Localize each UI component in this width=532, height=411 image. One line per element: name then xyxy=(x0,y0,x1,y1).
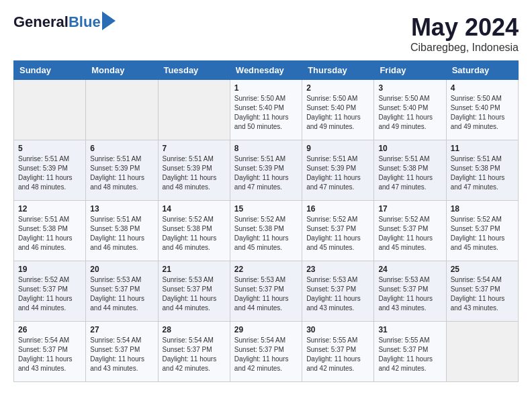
day-info: Sunrise: 5:55 AM Sunset: 5:37 PM Dayligh… xyxy=(306,336,369,373)
day-info: Sunrise: 5:50 AM Sunset: 5:40 PM Dayligh… xyxy=(378,94,441,132)
calendar-cell: 12Sunrise: 5:51 AM Sunset: 5:38 PM Dayli… xyxy=(14,201,86,261)
calendar-week-3: 12Sunrise: 5:51 AM Sunset: 5:38 PM Dayli… xyxy=(14,201,519,261)
month-title: May 2024 xyxy=(410,13,519,42)
day-info: Sunrise: 5:54 AM Sunset: 5:37 PM Dayligh… xyxy=(90,336,153,373)
day-info: Sunrise: 5:54 AM Sunset: 5:37 PM Dayligh… xyxy=(234,336,298,373)
day-info: Sunrise: 5:55 AM Sunset: 5:37 PM Dayligh… xyxy=(378,336,441,373)
calendar-cell: 22Sunrise: 5:53 AM Sunset: 5:37 PM Dayli… xyxy=(230,261,302,322)
day-info: Sunrise: 5:52 AM Sunset: 5:37 PM Dayligh… xyxy=(18,275,81,313)
calendar-week-4: 19Sunrise: 5:52 AM Sunset: 5:37 PM Dayli… xyxy=(14,261,519,322)
day-info: Sunrise: 5:52 AM Sunset: 5:38 PM Dayligh… xyxy=(234,215,298,253)
day-info: Sunrise: 5:52 AM Sunset: 5:37 PM Dayligh… xyxy=(378,215,441,253)
day-info: Sunrise: 5:53 AM Sunset: 5:37 PM Dayligh… xyxy=(378,275,441,313)
calendar-cell: 18Sunrise: 5:52 AM Sunset: 5:37 PM Dayli… xyxy=(446,201,518,261)
day-number: 21 xyxy=(163,265,226,274)
calendar-cell: 5Sunrise: 5:51 AM Sunset: 5:39 PM Daylig… xyxy=(14,140,86,201)
calendar-cell: 6Sunrise: 5:51 AM Sunset: 5:39 PM Daylig… xyxy=(86,140,158,201)
day-info: Sunrise: 5:52 AM Sunset: 5:37 PM Dayligh… xyxy=(306,215,369,253)
weekday-header-wednesday: Wednesday xyxy=(230,61,302,80)
calendar-cell: 21Sunrise: 5:53 AM Sunset: 5:37 PM Dayli… xyxy=(158,261,230,322)
day-info: Sunrise: 5:51 AM Sunset: 5:38 PM Dayligh… xyxy=(451,154,514,192)
day-number: 1 xyxy=(234,83,298,93)
calendar-cell: 17Sunrise: 5:52 AM Sunset: 5:37 PM Dayli… xyxy=(374,201,446,261)
day-info: Sunrise: 5:51 AM Sunset: 5:39 PM Dayligh… xyxy=(306,154,369,192)
day-info: Sunrise: 5:53 AM Sunset: 5:37 PM Dayligh… xyxy=(234,275,298,313)
title-area: May 2024 Cibaregbeg, Indonesia xyxy=(410,13,519,54)
day-info: Sunrise: 5:51 AM Sunset: 5:39 PM Dayligh… xyxy=(163,154,226,192)
calendar-cell: 19Sunrise: 5:52 AM Sunset: 5:37 PM Dayli… xyxy=(14,261,86,322)
calendar-cell: 28Sunrise: 5:54 AM Sunset: 5:37 PM Dayli… xyxy=(158,322,230,382)
calendar-cell: 31Sunrise: 5:55 AM Sunset: 5:37 PM Dayli… xyxy=(374,322,446,382)
calendar-week-2: 5Sunrise: 5:51 AM Sunset: 5:39 PM Daylig… xyxy=(14,140,519,201)
calendar-cell: 23Sunrise: 5:53 AM Sunset: 5:37 PM Dayli… xyxy=(302,261,374,322)
calendar-cell: 10Sunrise: 5:51 AM Sunset: 5:38 PM Dayli… xyxy=(374,140,446,201)
day-number: 28 xyxy=(163,325,226,334)
day-number: 13 xyxy=(90,204,153,214)
weekday-header-friday: Friday xyxy=(374,61,446,80)
calendar-cell: 24Sunrise: 5:53 AM Sunset: 5:37 PM Dayli… xyxy=(374,261,446,322)
logo-general-text: General xyxy=(13,13,69,31)
day-number: 10 xyxy=(378,144,441,153)
page-header: General Blue May 2024 Cibaregbeg, Indone… xyxy=(13,13,519,54)
calendar-cell: 14Sunrise: 5:52 AM Sunset: 5:38 PM Dayli… xyxy=(158,201,230,261)
day-number: 23 xyxy=(306,265,369,274)
day-number: 27 xyxy=(90,325,153,334)
calendar-cell: 25Sunrise: 5:54 AM Sunset: 5:37 PM Dayli… xyxy=(446,261,518,322)
weekday-header-row: SundayMondayTuesdayWednesdayThursdayFrid… xyxy=(14,61,519,80)
calendar-cell: 13Sunrise: 5:51 AM Sunset: 5:38 PM Dayli… xyxy=(86,201,158,261)
calendar-cell xyxy=(158,80,230,140)
calendar-cell: 4Sunrise: 5:50 AM Sunset: 5:40 PM Daylig… xyxy=(446,80,518,140)
weekday-header-monday: Monday xyxy=(86,61,158,80)
day-number: 6 xyxy=(90,144,153,153)
day-number: 24 xyxy=(378,265,441,274)
day-number: 26 xyxy=(18,325,81,334)
day-number: 20 xyxy=(90,265,153,274)
day-info: Sunrise: 5:51 AM Sunset: 5:38 PM Dayligh… xyxy=(378,154,441,192)
day-number: 16 xyxy=(306,204,369,214)
day-info: Sunrise: 5:51 AM Sunset: 5:39 PM Dayligh… xyxy=(90,154,153,192)
day-info: Sunrise: 5:50 AM Sunset: 5:40 PM Dayligh… xyxy=(234,94,298,132)
day-info: Sunrise: 5:54 AM Sunset: 5:37 PM Dayligh… xyxy=(163,336,226,373)
day-info: Sunrise: 5:54 AM Sunset: 5:37 PM Dayligh… xyxy=(18,336,81,373)
calendar-week-1: 1Sunrise: 5:50 AM Sunset: 5:40 PM Daylig… xyxy=(14,80,519,140)
calendar-cell: 29Sunrise: 5:54 AM Sunset: 5:37 PM Dayli… xyxy=(230,322,302,382)
calendar-cell: 1Sunrise: 5:50 AM Sunset: 5:40 PM Daylig… xyxy=(230,80,302,140)
logo-arrow-icon xyxy=(102,11,116,30)
day-info: Sunrise: 5:51 AM Sunset: 5:39 PM Dayligh… xyxy=(234,154,298,192)
calendar-cell: 9Sunrise: 5:51 AM Sunset: 5:39 PM Daylig… xyxy=(302,140,374,201)
day-number: 4 xyxy=(451,83,514,93)
weekday-header-tuesday: Tuesday xyxy=(158,61,230,80)
weekday-header-sunday: Sunday xyxy=(14,61,86,80)
day-number: 15 xyxy=(234,204,298,214)
day-number: 14 xyxy=(163,204,226,214)
calendar-cell: 27Sunrise: 5:54 AM Sunset: 5:37 PM Dayli… xyxy=(86,322,158,382)
day-info: Sunrise: 5:51 AM Sunset: 5:38 PM Dayligh… xyxy=(90,215,153,253)
day-number: 17 xyxy=(378,204,441,214)
calendar-cell xyxy=(86,80,158,140)
day-info: Sunrise: 5:51 AM Sunset: 5:39 PM Dayligh… xyxy=(18,154,81,192)
logo-blue-text: Blue xyxy=(69,13,101,31)
day-number: 3 xyxy=(378,83,441,93)
day-info: Sunrise: 5:52 AM Sunset: 5:38 PM Dayligh… xyxy=(163,215,226,253)
calendar-week-5: 26Sunrise: 5:54 AM Sunset: 5:37 PM Dayli… xyxy=(14,322,519,382)
calendar-table: SundayMondayTuesdayWednesdayThursdayFrid… xyxy=(13,60,519,382)
day-number: 19 xyxy=(18,265,81,274)
calendar-cell: 8Sunrise: 5:51 AM Sunset: 5:39 PM Daylig… xyxy=(230,140,302,201)
day-number: 11 xyxy=(451,144,514,153)
day-number: 2 xyxy=(306,83,369,93)
calendar-cell xyxy=(14,80,86,140)
calendar-cell: 20Sunrise: 5:53 AM Sunset: 5:37 PM Dayli… xyxy=(86,261,158,322)
day-info: Sunrise: 5:50 AM Sunset: 5:40 PM Dayligh… xyxy=(451,94,514,132)
day-info: Sunrise: 5:52 AM Sunset: 5:37 PM Dayligh… xyxy=(451,215,514,253)
day-number: 9 xyxy=(306,144,369,153)
day-number: 12 xyxy=(18,204,81,214)
day-number: 25 xyxy=(451,265,514,274)
weekday-header-saturday: Saturday xyxy=(446,61,518,80)
location-title: Cibaregbeg, Indonesia xyxy=(410,42,519,54)
logo: General Blue xyxy=(13,13,116,31)
day-number: 30 xyxy=(306,325,369,334)
calendar-cell: 15Sunrise: 5:52 AM Sunset: 5:38 PM Dayli… xyxy=(230,201,302,261)
calendar-cell: 11Sunrise: 5:51 AM Sunset: 5:38 PM Dayli… xyxy=(446,140,518,201)
day-info: Sunrise: 5:50 AM Sunset: 5:40 PM Dayligh… xyxy=(306,94,369,132)
day-number: 5 xyxy=(18,144,81,153)
